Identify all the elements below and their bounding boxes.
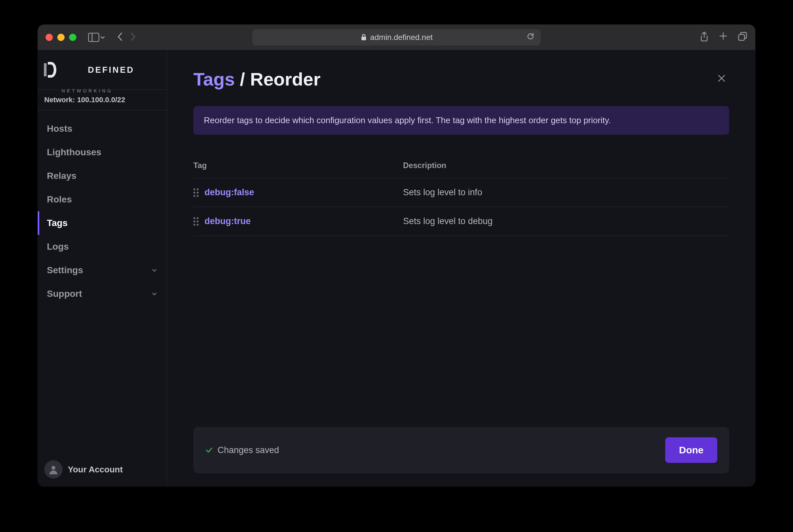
forward-button[interactable] [129,32,137,43]
sidebar-item-label: Tags [47,218,68,228]
plus-icon [719,32,728,41]
sidebar-item-relays[interactable]: Relays [38,164,167,188]
sidebar-item-support[interactable]: Support [38,282,167,306]
sidebar-item-tags[interactable]: Tags [38,211,167,235]
close-icon [717,73,726,83]
page-title: Tags / Reorder [193,69,320,90]
table-row[interactable]: debug:true Sets log level to debug [193,207,729,236]
sidebar-item-label: Hosts [47,124,72,134]
svg-rect-0 [89,33,99,42]
tabs-icon [738,32,748,41]
avatar [44,460,62,479]
logo-mark-icon [44,61,56,79]
tags-table: Tag Description debug:false Sets log lev… [193,161,729,236]
user-icon [49,464,58,474]
share-icon [700,32,709,42]
svg-rect-2 [361,37,366,40]
chevron-down-icon [151,267,158,273]
sidebar-nav: Hosts Lighthouses Relays Roles Tags Logs… [38,110,167,452]
sidebar-item-label: Lighthouses [47,147,101,157]
drag-handle-icon[interactable] [193,217,199,226]
done-button[interactable]: Done [665,437,717,463]
tag-name: debug:false [205,187,254,197]
url-text: admin.defined.net [370,33,433,42]
share-button[interactable] [700,32,709,43]
info-banner: Reorder tags to decide which configurati… [193,106,729,135]
chevron-down-icon [151,290,158,297]
logo-text: DEFINED NETWORKING [62,50,161,93]
titlebar: admin.defined.net [38,24,755,50]
table-row[interactable]: debug:false Sets log level to info [193,178,729,207]
sidebar-item-hosts[interactable]: Hosts [38,117,167,140]
sidebar-item-label: Support [47,289,82,299]
svg-rect-4 [44,63,46,76]
account-label: Your Account [68,464,123,475]
new-tab-button[interactable] [719,32,728,43]
column-header-description: Description [403,161,729,170]
account-menu[interactable]: Your Account [38,452,167,487]
maximize-window-button[interactable] [69,34,76,41]
lock-icon [360,34,367,41]
sidebar-item-label: Roles [47,194,72,205]
status-message: Changes saved [205,445,279,455]
url-bar[interactable]: admin.defined.net [252,29,541,45]
status-text: Changes saved [218,445,279,455]
column-header-tag: Tag [193,161,403,170]
minimize-window-button[interactable] [57,34,64,41]
reload-button[interactable] [526,32,535,43]
sidebar-toggle-button[interactable] [88,33,105,42]
window-controls [45,34,76,41]
tag-description: Sets log level to info [403,187,729,197]
close-button[interactable] [714,70,729,89]
network-info[interactable]: Network: 100.100.0.0/22 [38,90,167,110]
drag-handle-icon[interactable] [193,188,199,197]
chevron-down-icon[interactable] [100,35,105,40]
sidebar-item-lighthouses[interactable]: Lighthouses [38,140,167,164]
logo[interactable]: DEFINED NETWORKING [38,50,167,90]
svg-rect-3 [739,34,744,40]
sidebar-item-label: Logs [47,242,69,252]
tag-name: debug:true [205,216,251,226]
sidebar-icon [88,33,99,42]
back-button[interactable] [116,32,124,43]
close-window-button[interactable] [45,34,53,41]
sidebar-item-settings[interactable]: Settings [38,259,167,282]
table-header: Tag Description [193,161,729,178]
sidebar-item-label: Relays [47,171,76,181]
sidebar-item-label: Settings [47,265,83,276]
check-icon [205,446,213,454]
tag-description: Sets log level to debug [403,216,729,226]
main-content: Tags / Reorder Reorder tags to decide wh… [167,50,755,487]
footer-bar: Changes saved Done [193,427,729,473]
tabs-button[interactable] [738,32,748,43]
sidebar-item-roles[interactable]: Roles [38,188,167,211]
browser-window: admin.defined.net [38,24,755,487]
svg-point-5 [52,466,55,470]
sidebar-item-logs[interactable]: Logs [38,235,167,259]
sidebar: DEFINED NETWORKING Network: 100.100.0.0/… [38,50,167,487]
